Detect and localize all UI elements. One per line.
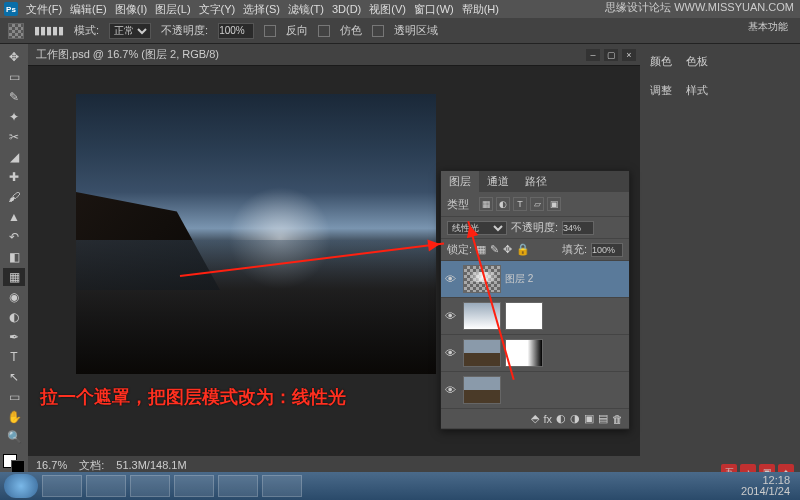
filter-pixel-icon[interactable]: ▦: [479, 197, 493, 211]
brush-tool[interactable]: 🖌: [3, 188, 25, 206]
trans-label: 透明区域: [394, 23, 438, 38]
filter-shape-icon[interactable]: ▱: [530, 197, 544, 211]
annotation-text: 拉一个遮罩，把图层模式改为：线性光: [40, 385, 346, 409]
menu-image[interactable]: 图像(I): [115, 2, 147, 17]
swatch-panel-tab[interactable]: 色板: [682, 52, 712, 71]
options-bar: ▮▮▮▮▮ 模式: 正常 不透明度: 反向 仿色 透明区域: [0, 18, 800, 44]
tab-channels[interactable]: 通道: [479, 171, 517, 192]
layer-mask-thumb[interactable]: [505, 339, 543, 367]
menu-type[interactable]: 文字(Y): [199, 2, 236, 17]
opacity-input[interactable]: [218, 23, 254, 39]
lasso-tool[interactable]: ✎: [3, 88, 25, 106]
zoom-value[interactable]: 16.7%: [36, 459, 67, 471]
path-tool[interactable]: ↖: [3, 368, 25, 386]
fill-input[interactable]: [591, 243, 623, 257]
taskbar-clock[interactable]: 12:18 2014/1/24: [741, 475, 796, 497]
start-button[interactable]: [4, 474, 38, 498]
tab-paths[interactable]: 路径: [517, 171, 555, 192]
eraser-tool[interactable]: ◧: [3, 248, 25, 266]
visibility-icon[interactable]: 👁: [445, 347, 459, 359]
opacity-label: 不透明度:: [161, 23, 208, 38]
lock-all-icon[interactable]: 🔒: [516, 243, 530, 256]
layer-row-2[interactable]: 👁: [441, 335, 629, 372]
mode-label: 模式:: [74, 23, 99, 38]
taskbar-explorer[interactable]: [42, 475, 82, 497]
adjust-panel-tab[interactable]: 调整: [646, 81, 676, 100]
menu-select[interactable]: 选择(S): [243, 2, 280, 17]
gradient-preview[interactable]: [8, 23, 24, 39]
document-tab[interactable]: 工作图.psd @ 16.7% (图层 2, RGB/8) – ▢ ×: [28, 44, 640, 66]
pen-tool[interactable]: ✒: [3, 328, 25, 346]
layer-row-3[interactable]: 👁: [441, 372, 629, 409]
gradient-tool[interactable]: ▦: [3, 268, 25, 286]
layer-thumb[interactable]: [463, 376, 501, 404]
layer-opacity-input[interactable]: [562, 221, 594, 235]
filter-type-icon[interactable]: T: [513, 197, 527, 211]
dither-label: 仿色: [340, 23, 362, 38]
menu-edit[interactable]: 编辑(E): [70, 2, 107, 17]
layer-row-1[interactable]: 👁: [441, 298, 629, 335]
visibility-icon[interactable]: 👁: [445, 310, 459, 322]
tab-layers[interactable]: 图层: [441, 171, 479, 192]
link-icon[interactable]: ⬘: [531, 412, 539, 425]
layer-name[interactable]: 图层 2: [505, 272, 533, 286]
fx-icon[interactable]: fx: [543, 413, 552, 425]
menu-3d[interactable]: 3D(D): [332, 3, 361, 15]
layer-opacity-label: 不透明度:: [511, 220, 558, 235]
mask-icon[interactable]: ◐: [556, 412, 566, 425]
taskbar-app[interactable]: [174, 475, 214, 497]
canvas[interactable]: [76, 94, 436, 374]
minimize-icon[interactable]: –: [586, 49, 600, 61]
menu-layer[interactable]: 图层(L): [155, 2, 190, 17]
new-layer-icon[interactable]: ▤: [598, 412, 608, 425]
taskbar-ie[interactable]: [86, 475, 126, 497]
reverse-label: 反向: [286, 23, 308, 38]
dodge-tool[interactable]: ◐: [3, 308, 25, 326]
right-panels: 颜色色板 调整样式: [640, 44, 800, 474]
taskbar-app[interactable]: [130, 475, 170, 497]
shape-tool[interactable]: ▭: [3, 388, 25, 406]
visibility-icon[interactable]: 👁: [445, 384, 459, 396]
visibility-icon[interactable]: 👁: [445, 273, 459, 285]
zoom-tool[interactable]: 🔍: [3, 428, 25, 446]
filter-smart-icon[interactable]: ▣: [547, 197, 561, 211]
menu-window[interactable]: 窗口(W): [414, 2, 454, 17]
styles-panel-tab[interactable]: 样式: [682, 81, 712, 100]
blur-tool[interactable]: ◉: [3, 288, 25, 306]
menu-filter[interactable]: 滤镜(T): [288, 2, 324, 17]
menu-help[interactable]: 帮助(H): [462, 2, 499, 17]
lock-paint-icon[interactable]: ✎: [490, 243, 499, 256]
maximize-icon[interactable]: ▢: [604, 49, 618, 61]
move-tool[interactable]: ✥: [3, 48, 25, 66]
doc-size: 51.3M/148.1M: [116, 459, 186, 471]
dither-checkbox[interactable]: [318, 25, 330, 37]
adjust-layer-icon[interactable]: ◑: [570, 412, 580, 425]
trans-checkbox[interactable]: [372, 25, 384, 37]
menu-file[interactable]: 文件(F): [26, 2, 62, 17]
gradient-type-icons[interactable]: ▮▮▮▮▮: [34, 24, 64, 37]
close-icon[interactable]: ×: [622, 49, 636, 61]
blend-mode-select[interactable]: 正常: [109, 23, 151, 39]
layer-row-0[interactable]: 👁 图层 2: [441, 261, 629, 298]
filter-adjust-icon[interactable]: ◐: [496, 197, 510, 211]
workspace-preset[interactable]: 基本功能: [740, 18, 796, 36]
group-icon[interactable]: ▣: [584, 412, 594, 425]
layer-thumb[interactable]: [463, 339, 501, 367]
layer-mask-thumb[interactable]: [505, 302, 543, 330]
taskbar-app[interactable]: [262, 475, 302, 497]
crop-tool[interactable]: ✂: [3, 128, 25, 146]
trash-icon[interactable]: 🗑: [612, 413, 623, 425]
wand-tool[interactable]: ✦: [3, 108, 25, 126]
lock-pos-icon[interactable]: ✥: [503, 243, 512, 256]
history-brush-tool[interactable]: ↶: [3, 228, 25, 246]
menu-view[interactable]: 视图(V): [369, 2, 406, 17]
color-panel-tab[interactable]: 颜色: [646, 52, 676, 71]
eyedropper-tool[interactable]: ◢: [3, 148, 25, 166]
heal-tool[interactable]: ✚: [3, 168, 25, 186]
stamp-tool[interactable]: ▲: [3, 208, 25, 226]
reverse-checkbox[interactable]: [264, 25, 276, 37]
type-tool[interactable]: T: [3, 348, 25, 366]
hand-tool[interactable]: ✋: [3, 408, 25, 426]
taskbar-photoshop[interactable]: [218, 475, 258, 497]
marquee-tool[interactable]: ▭: [3, 68, 25, 86]
